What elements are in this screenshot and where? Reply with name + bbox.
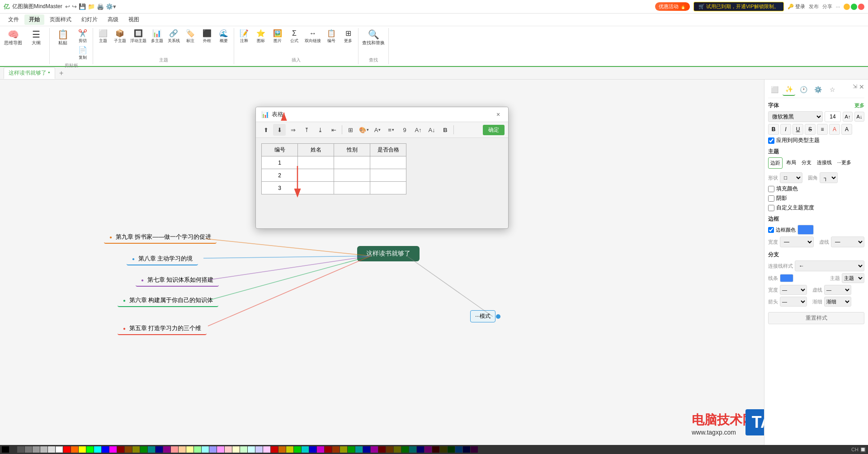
dtb-merge-down[interactable]: ⤓	[314, 124, 326, 136]
theme-tool-border[interactable]: 边距	[768, 157, 783, 169]
color-verydarkblue[interactable]	[463, 446, 470, 453]
minimize-button[interactable]	[844, 4, 850, 10]
color-yellow[interactable]	[79, 446, 86, 453]
menu-page-style[interactable]: 页面样式	[45, 14, 76, 25]
dtb-align[interactable]: ≡▾	[385, 124, 397, 136]
color-black[interactable]	[2, 446, 9, 453]
color-cyan[interactable]	[94, 446, 101, 453]
tab-main[interactable]: 这样读书就够了 •	[4, 67, 55, 79]
color-honeydew[interactable]	[240, 446, 247, 453]
maximize-button[interactable]	[851, 4, 857, 10]
fill-color-checkbox[interactable]	[768, 186, 774, 192]
label-btn[interactable]: 🏷️ 标注	[182, 29, 198, 45]
color-thistle[interactable]	[263, 446, 270, 453]
color-brown[interactable]	[125, 446, 132, 453]
panel-expand-btn[interactable]: ⇲	[853, 83, 857, 96]
color-lightpink[interactable]	[171, 446, 178, 453]
color-forestgreen[interactable]	[348, 446, 355, 453]
apply-theme-checkbox[interactable]	[768, 137, 774, 144]
color-ghostwhite[interactable]	[255, 446, 263, 453]
color-lightgreen[interactable]	[194, 446, 201, 453]
redo-btn[interactable]: ↪	[72, 3, 77, 10]
menu-home[interactable]: 开始	[24, 14, 44, 25]
font-color-btn[interactable]: A	[829, 124, 840, 135]
sub-theme-btn[interactable]: 📦 子主题	[112, 29, 128, 45]
dtb-font-size[interactable]: 9	[398, 124, 411, 136]
more-tools-btn[interactable]: ⚙️▾	[106, 3, 116, 10]
italic-btn[interactable]: I	[780, 124, 791, 135]
find-replace-btn[interactable]: 🔍 查找和替换	[360, 29, 387, 47]
tab-add-button[interactable]: +	[57, 69, 66, 78]
dtb-bold[interactable]: B	[439, 124, 452, 136]
color-maroon[interactable]	[325, 446, 332, 453]
align-btn[interactable]: ≡	[817, 124, 828, 135]
undo-btn[interactable]: ↩	[65, 3, 70, 10]
cell-2-1[interactable]	[298, 169, 334, 182]
share-button[interactable]: 分享	[822, 3, 832, 10]
color-verydarkbrown[interactable]	[440, 446, 447, 453]
color-darkpurple[interactable]	[371, 446, 378, 453]
cell-1-3[interactable]	[370, 156, 406, 169]
color-bbb[interactable]	[40, 446, 47, 453]
dtb-fill-color[interactable]: 🎨▾	[358, 124, 370, 136]
dtb-insert-row-below[interactable]: ⬇	[273, 124, 286, 136]
menu-view[interactable]: 视图	[124, 14, 144, 25]
line-style-select[interactable]: 主题	[842, 273, 864, 283]
color-darkslate[interactable]	[455, 446, 462, 453]
float-theme-btn[interactable]: 🔲 浮动主题	[128, 29, 148, 45]
font-family-select[interactable]: 微软雅黑 宋体 黑体	[768, 111, 823, 122]
color-firebrick[interactable]	[378, 446, 386, 453]
cell-3-1[interactable]	[298, 182, 334, 194]
font-section-more[interactable]: 更多	[854, 102, 864, 109]
cell-1-2[interactable]	[334, 156, 370, 169]
cell-1-0[interactable]: 1	[262, 156, 298, 169]
panel-tab-star[interactable]: ☆	[826, 83, 839, 96]
cut-btn[interactable]: ✂️ 剪切	[75, 29, 91, 45]
publish-button[interactable]: 发布	[809, 3, 819, 10]
cell-1-1[interactable]	[298, 156, 334, 169]
menu-slideshow[interactable]: 幻灯片	[77, 14, 102, 25]
more-insert-btn[interactable]: ⊞ 更多	[340, 29, 356, 45]
menu-advanced[interactable]: 高级	[103, 14, 123, 25]
color-cream[interactable]	[232, 446, 240, 453]
underline-btn[interactable]: U	[793, 124, 803, 135]
print-btn[interactable]: 🖨️	[97, 3, 104, 10]
color-green[interactable]	[86, 446, 94, 453]
mindmap-view-btn[interactable]: 🧠 思维导图	[2, 29, 24, 47]
shadow-checkbox[interactable]	[768, 195, 774, 202]
panel-tab-history[interactable]: 🕐	[797, 83, 810, 96]
arrow-select[interactable]: —	[780, 297, 807, 307]
font-size-up-btn[interactable]: A↑	[843, 112, 853, 122]
line-dash-select[interactable]: —	[824, 285, 851, 295]
color-darkteal[interactable]	[409, 446, 416, 453]
copy-btn[interactable]: 📄 复制	[75, 46, 91, 61]
cell-3-3[interactable]	[370, 182, 406, 194]
paste-btn[interactable]: 📋 粘贴	[52, 29, 74, 47]
border-color-swatch[interactable]	[797, 225, 814, 235]
color-orange[interactable]	[71, 446, 78, 453]
line-color-swatch[interactable]	[780, 274, 793, 282]
color-verydarkred[interactable]	[432, 446, 439, 453]
relation-btn[interactable]: 🔗 关系线	[165, 29, 182, 45]
color-lightcyan[interactable]	[202, 446, 209, 453]
color-darkred[interactable]	[117, 446, 124, 453]
color-blue[interactable]	[102, 446, 109, 453]
panel-more-btn[interactable]: ✕	[859, 83, 864, 96]
dtb-insert-row-above[interactable]: ⬆	[259, 124, 272, 136]
multi-theme-btn[interactable]: 📊 多主题	[149, 29, 165, 45]
color-333[interactable]	[9, 446, 17, 453]
outline-view-btn[interactable]: ☰ 大纲	[25, 29, 47, 47]
cell-2-3[interactable]	[370, 169, 406, 182]
color-red[interactable]	[63, 446, 71, 453]
color-999[interactable]	[33, 446, 40, 453]
dtb-merge-up[interactable]: ⤒	[300, 124, 313, 136]
color-darkgreen2[interactable]	[401, 446, 409, 453]
strikethrough-btn[interactable]: S	[805, 124, 816, 135]
color-indigo[interactable]	[425, 446, 432, 453]
highlight-btn[interactable]: A	[841, 124, 852, 135]
frame-btn[interactable]: ⬛ 外框	[199, 29, 215, 45]
color-777[interactable]	[25, 446, 32, 453]
color-rosybrown[interactable]	[225, 446, 232, 453]
bidirectional-btn[interactable]: ↔️ 双向链接	[303, 29, 323, 45]
color-darkcyan[interactable]	[302, 446, 309, 453]
